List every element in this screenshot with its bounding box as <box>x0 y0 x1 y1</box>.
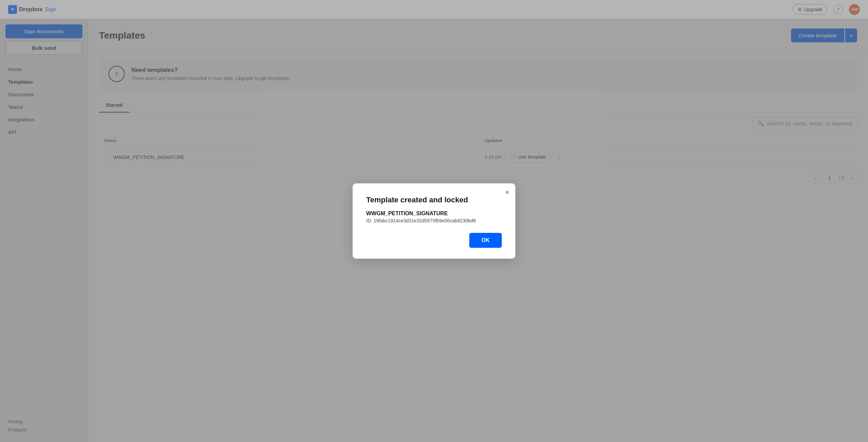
modal-template-name: WWGM_PETITION_SIGNATURE <box>366 210 502 217</box>
modal-overlay: × Template created and locked WWGM_PETIT… <box>0 0 868 442</box>
modal-ok-button[interactable]: OK <box>469 233 502 248</box>
modal-close-button[interactable]: × <box>505 189 509 196</box>
modal-dialog: × Template created and locked WWGM_PETIT… <box>353 183 515 259</box>
modal-footer: OK <box>366 233 502 248</box>
modal-title: Template created and locked <box>366 196 502 204</box>
modal-template-id: ID: 19fabc1914ce3d31e32d5575fb9e00cab923… <box>366 218 502 223</box>
